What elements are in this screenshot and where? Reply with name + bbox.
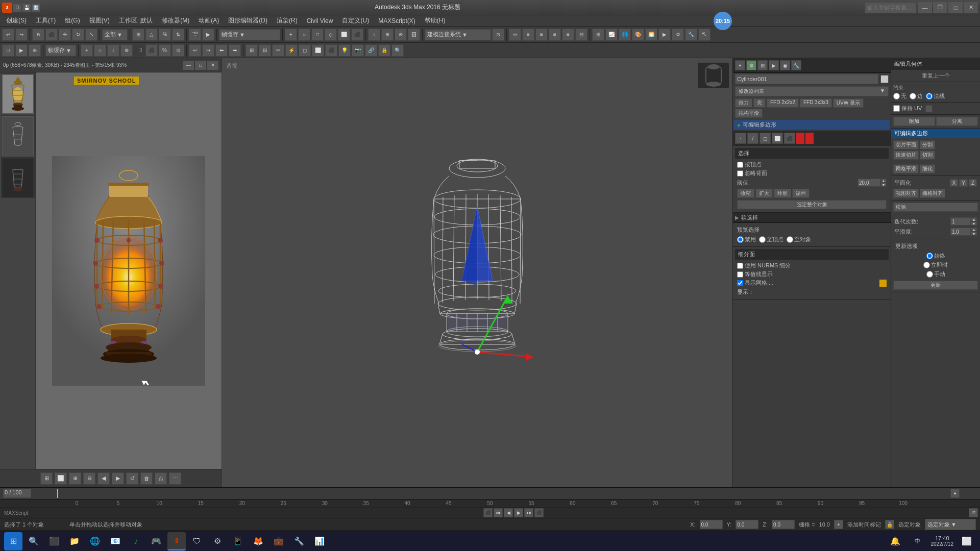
menu-workspace[interactable]: 工作区: 默认 bbox=[115, 15, 157, 26]
search-box[interactable] bbox=[865, 2, 917, 13]
select-whole-btn[interactable]: 选定整个对象 bbox=[737, 200, 887, 209]
layer-btn[interactable]: ⊟ bbox=[575, 29, 587, 41]
by-vertex-checkbox[interactable] bbox=[737, 162, 743, 168]
t2-26[interactable]: 🔍 bbox=[391, 44, 404, 57]
frames-dropdown[interactable]: 帧缓存 ▼ bbox=[219, 29, 280, 40]
soften-btn[interactable]: 细化 bbox=[920, 164, 935, 173]
t2-25[interactable]: 🔒 bbox=[378, 44, 390, 57]
tl-prev-key[interactable]: ⏮ bbox=[494, 508, 503, 517]
snap-toggle[interactable]: ⊞ bbox=[132, 29, 144, 41]
taskbar-email[interactable]: 📧 bbox=[106, 532, 125, 550]
align-btn[interactable]: ≡ bbox=[522, 29, 534, 41]
sub-vertex[interactable]: · bbox=[735, 133, 746, 144]
tb-extra3[interactable]: □ bbox=[311, 29, 324, 41]
t2-7[interactable]: ⊗ bbox=[120, 44, 133, 57]
taskbar-spotify[interactable]: ♪ bbox=[127, 532, 145, 550]
y-coord-input[interactable] bbox=[736, 520, 758, 529]
taskbar-lang[interactable]: 中 bbox=[909, 532, 927, 550]
iv-close[interactable]: ✕ bbox=[207, 61, 218, 70]
iv-rect[interactable]: ⬜ bbox=[55, 472, 67, 485]
z-btn[interactable]: Z bbox=[969, 179, 977, 187]
t2-16[interactable]: ⊟ bbox=[259, 44, 271, 57]
restore-button[interactable]: ❐ bbox=[933, 2, 947, 13]
t2-24[interactable]: 🔗 bbox=[365, 44, 377, 57]
rp-push-btn[interactable]: 推力 bbox=[735, 98, 752, 108]
thumb-1[interactable] bbox=[1, 73, 35, 114]
t2-20[interactable]: ⬜ bbox=[312, 44, 324, 57]
show-mesh-check[interactable]: 显示网格.... bbox=[735, 279, 889, 287]
rp-utilities-icon[interactable]: 🔧 bbox=[791, 60, 801, 70]
render-setup[interactable]: 🎬 bbox=[189, 29, 201, 41]
min-button[interactable]: — bbox=[918, 2, 932, 13]
iv-print[interactable]: ⎙ bbox=[155, 472, 167, 485]
extra-tb1[interactable]: ⚙ bbox=[672, 29, 684, 41]
taskbar-file-explorer[interactable]: 📁 bbox=[65, 532, 84, 550]
keep-uv-swatch[interactable] bbox=[925, 105, 933, 112]
view-align-btn[interactable]: 视图对齐 bbox=[893, 189, 919, 198]
iv-next[interactable]: ▶ bbox=[112, 472, 124, 485]
by-vertex-check[interactable]: 按顶点 bbox=[735, 160, 889, 169]
menu-modifier[interactable]: 修改器(M) bbox=[158, 15, 193, 26]
mini-preview[interactable] bbox=[698, 62, 728, 88]
iv-min[interactable]: — bbox=[183, 61, 194, 70]
timeline-key-btn[interactable]: ● bbox=[950, 489, 960, 498]
iv-max[interactable]: □ bbox=[195, 61, 206, 70]
image-sidebar[interactable] bbox=[0, 72, 36, 469]
iter-up[interactable]: ▲ bbox=[971, 217, 977, 221]
threshold-spinner[interactable]: ▲ ▼ bbox=[857, 179, 887, 187]
env-btn[interactable]: 🌅 bbox=[645, 29, 657, 41]
tb-extra9[interactable]: ⊗ bbox=[395, 29, 407, 41]
taskbar-clock[interactable]: 17:40 2022/7/12 bbox=[931, 535, 954, 547]
menu-render[interactable]: 渲染(R) bbox=[273, 15, 302, 26]
select-region-btn[interactable]: ⬛ bbox=[45, 29, 58, 41]
taskbar-app7[interactable]: 🔧 bbox=[290, 532, 308, 550]
scale-btn[interactable]: ⤡ bbox=[85, 29, 97, 41]
start-button[interactable]: ⊞ bbox=[4, 532, 22, 550]
rp-uvw-btn[interactable]: UVW 显示 bbox=[833, 98, 864, 108]
cut-btn[interactable]: 切割 bbox=[920, 151, 935, 160]
t2-18[interactable]: ⚡ bbox=[285, 44, 298, 57]
menu-civil-view[interactable]: Civil View bbox=[303, 16, 337, 26]
relax-btn[interactable]: 松驰 bbox=[893, 203, 978, 212]
t2-22[interactable]: 💡 bbox=[338, 44, 351, 57]
rp-modify-icon[interactable]: ⚙ bbox=[746, 60, 756, 70]
grow-btn[interactable]: 扩大 bbox=[755, 189, 773, 198]
close-button[interactable]: ✕ bbox=[964, 2, 978, 13]
x-btn[interactable]: X bbox=[950, 179, 959, 187]
menu-maxscript[interactable]: MAXScript(X) bbox=[374, 16, 420, 26]
angle-snap[interactable]: △ bbox=[145, 29, 158, 41]
soft-select-header[interactable]: ▶ 软选择 bbox=[733, 213, 891, 223]
t2-14[interactable]: ➡ bbox=[229, 44, 241, 57]
tb-extra4[interactable]: ◇ bbox=[325, 29, 337, 41]
smooth-up[interactable]: ▲ bbox=[971, 228, 977, 232]
iv-prev[interactable]: ◀ bbox=[97, 472, 110, 485]
rp-display-icon[interactable]: ◉ bbox=[780, 60, 790, 70]
ignore-back-checkbox[interactable] bbox=[737, 170, 743, 177]
rp-ffd3-btn[interactable]: FFD 3x3x3 bbox=[800, 98, 832, 108]
coord-dropdown[interactable]: 建模连接系统 ▼ bbox=[425, 29, 491, 40]
frame-input[interactable]: 0 / 100 bbox=[3, 489, 31, 498]
keep-uv-checkbox[interactable] bbox=[893, 105, 900, 112]
t2-2[interactable]: ▶ bbox=[15, 44, 28, 57]
iter-input[interactable] bbox=[950, 217, 971, 226]
t2-1[interactable]: □ bbox=[2, 44, 14, 57]
iv-zoom-out[interactable]: ⊖ bbox=[83, 472, 95, 485]
sub-border[interactable]: ◻ bbox=[760, 133, 771, 144]
smooth-spinner[interactable]: ▲ ▼ bbox=[950, 228, 977, 236]
tb-extra6[interactable]: ⬛ bbox=[351, 29, 363, 41]
iv-rotate[interactable]: ↺ bbox=[126, 472, 138, 485]
timeline-bar[interactable] bbox=[57, 489, 948, 498]
rp-shell-btn[interactable]: 壳 bbox=[753, 98, 766, 108]
task-view[interactable]: ⬛ bbox=[45, 532, 63, 550]
iv-fit[interactable]: ⊞ bbox=[40, 472, 53, 485]
render-btn2[interactable]: ▶ bbox=[658, 29, 671, 41]
extra-tb2[interactable]: 🔧 bbox=[685, 29, 697, 41]
scene-btn[interactable]: 🌐 bbox=[619, 29, 631, 41]
thumb-3[interactable] bbox=[1, 157, 35, 198]
t2-6[interactable]: ↕ bbox=[107, 44, 119, 57]
keep-uv-check[interactable]: 保持 UV bbox=[893, 105, 978, 112]
coord-extra[interactable]: ⊙ bbox=[492, 29, 504, 41]
iter-down[interactable]: ▼ bbox=[971, 221, 977, 226]
mesh-color-swatch[interactable] bbox=[879, 280, 887, 287]
sub-poly[interactable]: ⬜ bbox=[772, 133, 783, 144]
